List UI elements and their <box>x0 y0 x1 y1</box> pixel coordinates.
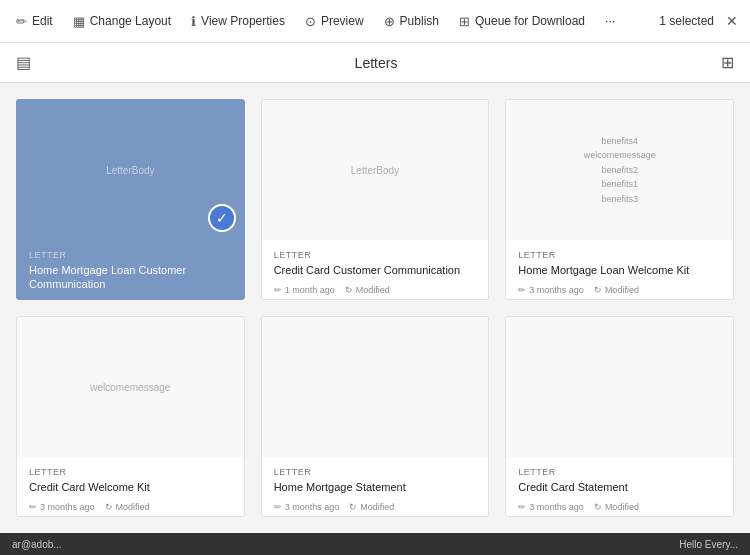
info-icon: ℹ <box>191 14 196 29</box>
queue-icon: ⊞ <box>459 14 470 29</box>
card-time: ✏ 3 months ago <box>29 502 95 512</box>
status-label: Modified <box>356 285 390 295</box>
card-meta: ✏ 3 months ago ↻ Modified <box>518 285 721 295</box>
subheader-right: ⊞ <box>721 53 734 72</box>
change-layout-label: Change Layout <box>90 14 171 28</box>
card-info: LETTER Credit Card Customer Communicatio… <box>262 240 489 300</box>
card-time: ✏ 3 months ago <box>274 502 340 512</box>
card-preview: benefits4welcomemessagebenefits2benefits… <box>506 100 733 240</box>
card-info: LETTER Home Mortgage Statement ✏ 3 month… <box>262 457 489 517</box>
selected-count: 1 selected ✕ <box>659 11 742 31</box>
card-item[interactable]: LetterBody ✓ LETTER Home Mortgage Loan C… <box>16 99 245 300</box>
card-title: Home Mortgage Loan Customer Communicatio… <box>29 263 232 292</box>
publish-icon: ⊕ <box>384 14 395 29</box>
card-time: ✏ 3 months ago <box>518 502 584 512</box>
status-icon: ↻ <box>594 502 602 512</box>
card-info: LETTER Home Mortgage Loan Customer Commu… <box>17 240 244 300</box>
card-title: Credit Card Welcome Kit <box>29 480 232 494</box>
more-label: ··· <box>605 14 615 28</box>
preview-button[interactable]: ⊙ Preview <box>297 8 372 35</box>
status-icon: ↻ <box>349 502 357 512</box>
preview-label: Preview <box>321 14 364 28</box>
status-icon: ↻ <box>594 285 602 295</box>
edit-time-icon: ✏ <box>518 502 526 512</box>
preview-text: LetterBody <box>343 157 407 184</box>
status-label: Modified <box>360 502 394 512</box>
card-time: ✏ 3 months ago <box>518 285 584 295</box>
selected-checkmark: ✓ <box>208 204 236 232</box>
publish-label: Publish <box>400 14 439 28</box>
status-label: Modified <box>605 285 639 295</box>
card-preview <box>262 317 489 457</box>
card-title: Credit Card Statement <box>518 480 721 494</box>
change-layout-button[interactable]: ▦ Change Layout <box>65 8 179 35</box>
cards-grid: LetterBody ✓ LETTER Home Mortgage Loan C… <box>0 83 750 533</box>
edit-time-icon: ✏ <box>29 502 37 512</box>
card-time: ✏ 1 month ago <box>274 285 335 295</box>
card-timestamp: 1 month ago <box>285 285 335 295</box>
card-title: Credit Card Customer Communication <box>274 263 477 277</box>
page-title: Letters <box>31 55 721 71</box>
card-info: LETTER Home Mortgage Loan Welcome Kit ✏ … <box>506 240 733 300</box>
close-selection-button[interactable]: ✕ <box>722 11 742 31</box>
card-status: ↻ Modified <box>594 502 639 512</box>
card-type: LETTER <box>274 250 477 260</box>
preview-tags: benefits4welcomemessagebenefits2benefits… <box>584 134 656 206</box>
subheader: ▤ Letters ⊞ <box>0 43 750 83</box>
card-item[interactable]: LETTER Credit Card Statement ✏ 3 months … <box>505 316 734 517</box>
subheader-left: ▤ <box>16 53 31 72</box>
card-timestamp: 3 months ago <box>529 502 584 512</box>
card-type: LETTER <box>29 250 232 260</box>
card-title: Home Mortgage Loan Welcome Kit <box>518 263 721 277</box>
card-timestamp: 3 months ago <box>40 502 95 512</box>
card-info: LETTER Credit Card Welcome Kit ✏ 3 month… <box>17 457 244 517</box>
card-type: LETTER <box>518 250 721 260</box>
card-meta: ✏ 1 month ago ↻ Modified <box>274 285 477 295</box>
card-status: ↻ Modified <box>594 285 639 295</box>
card-title: Home Mortgage Statement <box>274 480 477 494</box>
queue-download-label: Queue for Download <box>475 14 585 28</box>
card-preview: welcomemessage <box>17 317 244 457</box>
edit-icon: ✏ <box>16 14 27 29</box>
status-icon: ↻ <box>345 285 353 295</box>
card-item[interactable]: LetterBody LETTER Credit Card Customer C… <box>261 99 490 300</box>
grid-view-icon[interactable]: ⊞ <box>721 53 734 72</box>
edit-time-icon: ✏ <box>274 285 282 295</box>
view-properties-button[interactable]: ℹ View Properties <box>183 8 293 35</box>
preview-text: LetterBody <box>98 157 162 184</box>
card-meta: ✏ 3 months ago ↻ Modified <box>518 502 721 512</box>
layout-icon: ▦ <box>73 14 85 29</box>
card-preview <box>506 317 733 457</box>
card-status: ↻ Modified <box>105 502 150 512</box>
view-properties-label: View Properties <box>201 14 285 28</box>
bottom-bar-user: ar@adob... <box>12 539 62 550</box>
preview-text: welcomemessage <box>82 374 178 401</box>
status-label: Modified <box>605 502 639 512</box>
sidebar-toggle-icon[interactable]: ▤ <box>16 53 31 72</box>
publish-button[interactable]: ⊕ Publish <box>376 8 447 35</box>
selected-label: 1 selected <box>659 14 714 28</box>
card-info: LETTER Credit Card Statement ✏ 3 months … <box>506 457 733 517</box>
card-timestamp: 3 months ago <box>285 502 340 512</box>
card-preview: LetterBody ✓ <box>17 100 244 240</box>
card-meta: ✏ 3 months ago ↻ Modified <box>29 502 232 512</box>
card-item[interactable]: LETTER Home Mortgage Statement ✏ 3 month… <box>261 316 490 517</box>
card-item[interactable]: benefits4welcomemessagebenefits2benefits… <box>505 99 734 300</box>
status-icon: ↻ <box>105 502 113 512</box>
edit-button[interactable]: ✏ Edit <box>8 8 61 35</box>
more-button[interactable]: ··· <box>597 8 623 34</box>
card-timestamp: 3 months ago <box>529 285 584 295</box>
card-status: ↻ Modified <box>349 502 394 512</box>
card-type: LETTER <box>274 467 477 477</box>
card-status: ↻ Modified <box>345 285 390 295</box>
bottom-bar-message: Hello Every... <box>679 539 738 550</box>
card-meta: ✏ 3 months ago ↻ Modified <box>274 502 477 512</box>
card-type: LETTER <box>518 467 721 477</box>
card-preview: LetterBody <box>262 100 489 240</box>
bottom-bar: ar@adob... Hello Every... <box>0 533 750 555</box>
queue-download-button[interactable]: ⊞ Queue for Download <box>451 8 593 35</box>
edit-time-icon: ✏ <box>274 502 282 512</box>
card-item[interactable]: welcomemessage LETTER Credit Card Welcom… <box>16 316 245 517</box>
preview-icon: ⊙ <box>305 14 316 29</box>
edit-label: Edit <box>32 14 53 28</box>
